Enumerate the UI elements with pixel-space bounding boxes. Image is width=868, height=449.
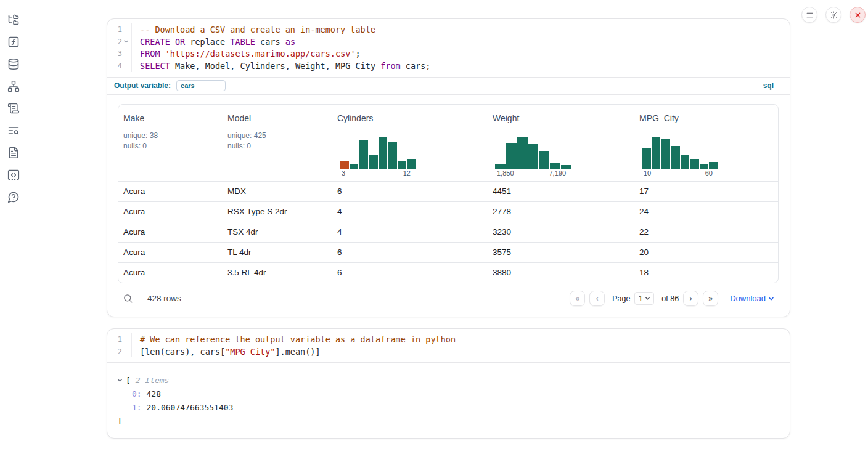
cell-make: Acura [118,187,223,196]
code-token: replace [185,37,230,47]
column-header-weight[interactable]: Weight 1,850 7,190 [488,105,634,181]
line-number-gutter: 1 2 3 4 [107,23,132,72]
code-line[interactable]: SELECT Make, Model, Cylinders, Weight, M… [140,60,790,72]
sidebar [0,0,27,449]
code-line[interactable]: FROM 'https://datasets.marimo.app/cars.c… [140,47,790,60]
code-token: 1 [132,403,137,412]
hist-bar [388,142,397,169]
data-table: Make unique: 38 nulls: 0 Model unique: 4… [118,104,779,283]
tree-item: 1: 20.060747663551403 [117,400,780,414]
code-token: ] [117,416,122,426]
code-token: : [137,389,147,398]
cell-mpg-city: 22 [634,227,778,237]
last-page-button[interactable]: » [703,291,718,306]
shutdown-button[interactable] [850,7,866,23]
cell-make: Acura [118,268,223,277]
code-token: 2 Items [136,376,170,385]
menu-button[interactable] [801,7,817,23]
hist-bar [652,137,661,169]
column-stat: nulls: 0 [123,141,218,152]
column-stat: nulls: 0 [227,141,327,152]
hist-bar [539,151,549,169]
code-token: TABLE [230,37,255,47]
documentation-icon[interactable] [7,147,20,159]
chevron-down-icon [645,296,650,301]
cylinders-histogram: 3 12 [340,137,416,177]
logs-search-icon[interactable] [7,124,20,137]
cell-cylinders: 4 [332,207,488,216]
hist-bar [528,144,539,169]
axis-min-label: 3 [342,169,345,177]
line-number: 1 [108,25,122,34]
column-header-cylinders[interactable]: Cylinders 3 12 [332,105,488,181]
settings-button[interactable] [825,7,841,23]
code-line[interactable]: -- Download a CSV and create an in-memor… [140,23,790,36]
help-icon[interactable] [7,191,20,203]
hist-bar [407,159,416,169]
output-variable-input[interactable] [176,80,226,91]
language-badge: sql [763,81,774,90]
code-token: OR [175,37,185,47]
python-code-editor[interactable]: 1 2 # We can reference the output variab… [107,329,790,363]
code-token [170,37,175,47]
hist-bar [671,146,680,169]
line-number: 4 [108,62,122,70]
code-token: from [380,61,401,71]
table-row: Acura 3.5 RL 4dr 6 3880 18 [118,262,778,283]
functions-icon[interactable] [7,36,20,48]
next-page-button[interactable]: › [683,291,698,306]
line-number: 1 [108,335,122,344]
cell-model: TL 4dr [223,248,332,257]
cell-weight: 3230 [488,227,634,237]
cell-weight: 3575 [488,248,634,257]
cell-mpg-city: 18 [634,268,778,277]
column-stat: unique: 38 [123,131,218,141]
code-line[interactable]: [len(cars), cars["MPG_City"].mean()] [140,346,790,358]
hist-bar [359,140,368,169]
sql-cell: 1 2 3 4 -- Download a CSV and create an … [107,18,790,317]
code-token: cars; [401,61,431,71]
hist-bar [379,137,388,169]
snippets-icon[interactable] [7,169,20,181]
chevron-down-icon [768,296,774,302]
code-line[interactable]: # We can reference the output variable a… [140,333,790,346]
row-count: 428 rows [147,294,181,303]
column-header-model[interactable]: Model unique: 425 nulls: 0 [223,105,332,181]
page-total-label: of 86 [661,294,679,303]
first-page-button[interactable]: « [570,291,585,306]
code-line[interactable]: CREATE OR replace TABLE cars as [140,36,790,48]
file-tree-icon[interactable] [7,14,20,26]
axis-max-label: 7,190 [549,169,566,177]
cell-cylinders: 4 [332,227,488,237]
hist-bar [681,155,690,169]
output-variable-row: Output variable: sql [107,78,790,95]
output-variable-label: Output variable: [114,81,171,90]
code-token: CREATE [140,37,170,47]
prev-page-button[interactable]: ‹ [589,291,605,306]
datasources-icon[interactable] [7,58,20,70]
scratchpad-icon[interactable] [7,102,20,115]
code-token: 0 [132,389,137,398]
column-header-mpg-city[interactable]: MPG_City 10 60 [634,105,778,181]
search-icon[interactable] [123,293,134,304]
cell-mpg-city: 17 [634,187,778,196]
hist-bar [340,161,349,169]
dependency-graph-icon[interactable] [7,80,20,92]
cell-weight: 4451 [488,187,634,196]
column-stat: unique: 425 [227,131,327,141]
sql-code-editor[interactable]: 1 2 3 4 -- Download a CSV and create an … [107,19,790,78]
code-token: : [137,403,147,412]
hamburger-icon [806,11,814,19]
cell-make: Acura [118,207,223,216]
collapse-chevron-icon[interactable] [117,378,126,383]
cell-make: Acura [118,248,223,257]
column-header-make[interactable]: Make unique: 38 nulls: 0 [118,105,223,181]
cell-make: Acura [118,227,223,237]
hist-bar [642,148,651,169]
code-token: ].mean()] [275,347,320,357]
page-select[interactable]: 1 [634,292,654,305]
download-button[interactable]: Download [730,294,774,303]
cell-cylinders: 6 [332,268,488,277]
fold-chevron-icon[interactable] [122,39,130,44]
cell-weight: 3880 [488,268,634,277]
